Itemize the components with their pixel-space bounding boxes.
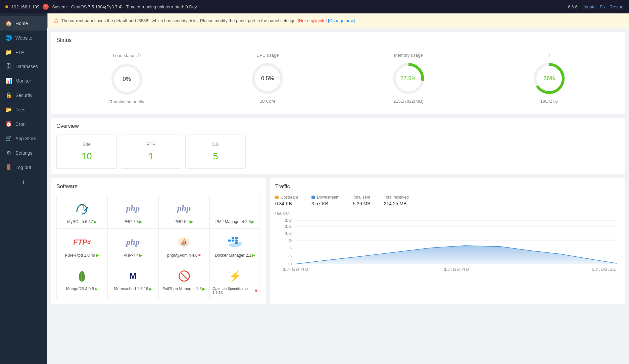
docker-status: ▶ [252,253,255,258]
db-card[interactable]: DB 5 [185,135,246,169]
software-section: Software MySQL 5.6.47 ▶ [51,178,266,304]
chart-unit-label: Unit:KB/s [275,212,620,216]
software-item-pm2[interactable]: JS PM2 Manager 4.2.3 ▶ [209,195,260,228]
load-info-icon[interactable]: ⓘ [137,53,141,58]
upstream-value: 0.34 KB [275,201,298,206]
sidebar-item-cron[interactable]: ⏰ Cron [0,117,47,131]
phpmyadmin-name: phpMyAdmin 4.6 ■ [167,253,200,258]
svg-rect-16 [232,237,234,239]
ftp-label: FTP [127,142,176,147]
uptime-label: Time of running uninterrupted: 0 Day [126,4,197,9]
svg-text:17:58:48: 17:58:48 [444,267,469,271]
svg-rect-13 [228,240,231,242]
traffic-chart: 18 15 12 9 6 3 0 [275,217,620,291]
sidebar-item-security[interactable]: 🔒 Security [0,88,47,102]
sidebar-label-logout: Log out [15,165,31,170]
downstream-value: 3.57 KB [311,201,339,206]
sidebar-label-website: Website [15,35,32,41]
bottom-row: Software MySQL 5.6.47 ▶ [51,178,625,304]
alert-icon: ⚠ [54,17,58,24]
sidebar-label-settings: Settings [15,150,33,156]
sidebar-label-files: Files [15,107,26,112]
total-received-stat: Total received 214.25 MB [384,195,409,206]
sidebar-item-settings[interactable]: ⚙ Settings [0,146,47,160]
software-item-openlitespeed[interactable]: ⚡ OpenLiteSpeed(beta) 1.6.13 ■ [209,262,260,299]
load-sub: Running smoothly [109,99,144,104]
php74-icon: php [125,234,141,250]
cpu-sub: 10 Core [260,99,275,104]
fix-button[interactable]: Fix [600,4,606,9]
svg-rect-15 [235,240,238,242]
software-item-fail2ban[interactable]: 🚫 Fail2ban Manager 1.3 ▶ [158,262,209,299]
pm2-name: PM2 Manager 4.2.3 ▶ [215,219,254,224]
version-label: 6.6.6 [568,4,578,9]
svg-text:15: 15 [285,224,292,228]
php56-icon: php [176,201,192,217]
mysql-name: MySQL 5.6.47 ▶ [67,219,96,224]
fail2ban-icon: 🚫 [176,268,192,284]
sidebar-add-button[interactable]: + [0,174,47,190]
svg-text:0: 0 [288,262,292,266]
server-ip: 192.168.1.199 [11,4,39,9]
software-grid: MySQL 5.6.47 ▶ php PHP-7.3 ▶ php PHP-5.6… [56,195,260,299]
sidebar-item-files[interactable]: 📂 Files [0,102,47,117]
fail2ban-name: Fail2ban Manager 1.3 ▶ [162,287,205,291]
memcached-name: Memcached 1.5.16 ▶ [114,287,152,291]
sidebar-item-website[interactable]: 🌐 Website [0,31,47,45]
memory-circle: 27.5% [392,62,425,95]
sidebar-item-home[interactable]: 🏠 Home [0,16,47,31]
site-card[interactable]: Site 10 [56,135,117,169]
logout-icon: 🚪 [5,164,12,170]
ftp-card[interactable]: FTP 1 [121,135,181,169]
alert-bar: ⚠ The current panel uses the default por… [47,13,629,28]
svg-text:17:58:51: 17:58:51 [591,267,617,271]
status-gauges: Load status ⓘ 0% Running smoothly CPU u [56,49,620,108]
software-item-php74[interactable]: php PHP-7.4 ▶ [107,228,158,262]
docker-name: Docker Manager 2.1 ▶ [215,253,255,258]
traffic-title: Traffic [275,184,620,190]
sidebar-item-databases[interactable]: 🗄 Databases [0,59,47,73]
pm2-icon: JS [227,201,243,217]
load-value: 0% [123,76,131,83]
fail2ban-status: ▶ [202,287,205,291]
memory-gauge: Memory usage 27.5% 2151/7822(MB) [338,49,479,108]
svg-text:3: 3 [288,254,292,258]
mongodb-icon [74,268,90,284]
overview-section: Overview Site 10 FTP 1 DB 5 [51,118,625,174]
php56-name: PHP-5.6 ▶ [175,219,193,224]
monitor-icon: 📊 [5,77,12,84]
memcached-status: ▶ [149,287,152,291]
total-sent-stat: Total sent 5.39 MB [353,195,370,206]
traffic-section: Traffic Upstream 0.34 KB Downstream [270,178,625,304]
cron-icon: ⏰ [5,121,12,127]
svg-marker-36 [295,246,617,264]
openlitespeed-status: ■ [255,288,257,293]
sidebar-item-ftp[interactable]: 📁 FTP [0,45,47,59]
notification-badge[interactable]: 0 [43,4,49,10]
sidebar-item-logout[interactable]: 🚪 Log out [0,160,47,174]
software-item-mysql[interactable]: MySQL 5.6.47 ▶ [56,195,107,228]
software-item-php56[interactable]: php PHP-5.6 ▶ [158,195,209,228]
restart-button[interactable]: Restart [610,4,624,9]
sidebar-item-monitor[interactable]: 📊 Monitor [0,73,47,88]
website-icon: 🌐 [5,35,12,41]
update-button[interactable]: Update [582,4,596,9]
svg-rect-14 [232,240,234,242]
software-item-ftpd[interactable]: FTPd Pure-Ftpd 1.0.49 ▶ [56,228,107,262]
overview-title: Overview [56,123,620,129]
php74-name: PHP-7.4 ▶ [124,253,142,258]
software-item-memcached[interactable]: M Memcached 1.5.16 ▶ [107,262,158,299]
software-item-php73[interactable]: php PHP-7.3 ▶ [107,195,158,228]
memory-label: Memory usage [394,53,423,58]
sidebar-item-app-store[interactable]: 🛒 App Store [0,131,47,146]
php56-status: ▶ [190,219,193,224]
site-label: Site [62,142,111,147]
change-now-link[interactable]: [Change now] [328,18,355,23]
software-item-mongodb[interactable]: MongoDB 4.0.5 ▶ [56,262,107,299]
main-content: ⚠ The current panel uses the default por… [47,13,629,364]
software-item-docker[interactable]: Docker Manager 2.1 ▶ [209,228,260,262]
ftpd-status: ▶ [96,253,99,258]
total-sent-value: 5.39 MB [353,201,370,206]
pm2-status: ▶ [251,219,254,224]
software-item-phpmyadmin[interactable]: ⛵ phpMyAdmin 4.6 ■ [158,228,209,262]
